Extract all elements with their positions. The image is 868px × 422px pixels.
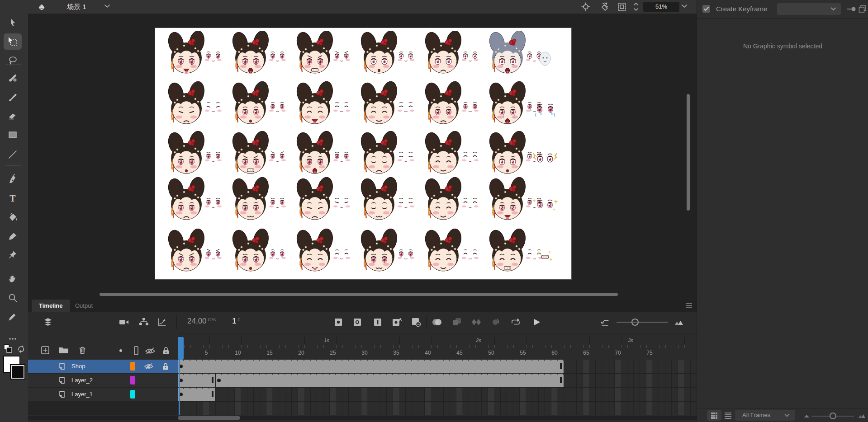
scene-dropdown-chevron-icon[interactable] xyxy=(104,4,110,9)
hide-all-layers-icon[interactable] xyxy=(145,347,156,355)
default-colors-icon[interactable] xyxy=(3,344,13,354)
document-symbol-icon[interactable]: ♣ xyxy=(35,1,48,13)
checkbox-check-icon xyxy=(703,6,709,11)
layer-row-Layer_1[interactable]: Layer_1 xyxy=(28,388,178,401)
timeline-zoom-max-icon[interactable] xyxy=(673,316,686,328)
add-layer-button[interactable] xyxy=(41,346,50,355)
frame-rate[interactable]: 24,00 FPS 1 F xyxy=(187,317,240,326)
line-tool[interactable] xyxy=(4,146,22,163)
frame-span[interactable] xyxy=(216,374,564,387)
layer-color-swatch[interactable] xyxy=(130,376,135,384)
thumbnail-size-knob[interactable] xyxy=(830,413,836,419)
pencil-tool[interactable] xyxy=(4,308,22,324)
duplicate-symbol-icon[interactable] xyxy=(859,5,867,13)
frame-row-Layer_2[interactable] xyxy=(178,374,697,387)
frames-area[interactable] xyxy=(178,360,697,415)
grid-view-button[interactable] xyxy=(707,410,721,421)
create-keyframe-checkbox[interactable] xyxy=(702,5,710,13)
layer-color-swatch[interactable] xyxy=(130,390,135,399)
remove-frame-button[interactable] xyxy=(410,316,422,328)
scene-name: 场景 1 xyxy=(67,3,86,11)
loop-range-button[interactable] xyxy=(489,316,502,328)
frame-row-Shop[interactable] xyxy=(178,360,697,373)
playhead-marker[interactable] xyxy=(178,337,184,360)
edit-multiple-frames-button[interactable] xyxy=(451,316,463,328)
ruler-frame-tick xyxy=(589,345,590,348)
onion-skin-button[interactable] xyxy=(431,316,443,328)
classic-brush-tool[interactable] xyxy=(4,89,22,105)
camera-icon[interactable] xyxy=(118,316,130,328)
insert-blank-keyframe-button[interactable] xyxy=(351,316,364,328)
add-folder-button[interactable] xyxy=(59,346,69,354)
rotate-canvas-icon[interactable] xyxy=(599,2,610,12)
reset-timeline-zoom-icon[interactable] xyxy=(599,316,612,328)
ruler-frame-tick xyxy=(222,345,223,348)
play-button[interactable] xyxy=(530,316,543,328)
symbol-dropdown[interactable] xyxy=(777,3,841,15)
thumbnail-zoom-in-icon[interactable] xyxy=(858,413,866,418)
timeline-ruler[interactable]: 1s2s3s51015202530354045505560657075 xyxy=(178,337,697,360)
character-head xyxy=(231,229,270,271)
timeline-horizontal-scrollbar[interactable] xyxy=(28,416,697,420)
character-head xyxy=(488,229,527,271)
panel-menu-icon[interactable] xyxy=(685,302,693,309)
character-head xyxy=(295,131,335,173)
tab-output[interactable]: Output xyxy=(68,300,100,312)
text-tool[interactable]: T xyxy=(4,190,22,206)
frame-row-Layer_1[interactable] xyxy=(178,388,697,401)
zoom-tool[interactable] xyxy=(4,290,22,306)
canvas-horizontal-scrollbar[interactable] xyxy=(32,292,692,296)
timeline-zoom-knob[interactable] xyxy=(631,319,639,326)
loop-playback-button[interactable] xyxy=(509,316,522,328)
graph-editor-icon[interactable] xyxy=(156,316,168,328)
ruler-frame-tick xyxy=(387,345,387,348)
highlight-layers-column-icon[interactable] xyxy=(119,348,123,353)
frame-span[interactable] xyxy=(178,374,216,387)
auto-keyframe-button[interactable]: A xyxy=(391,316,403,328)
layer-color-swatch[interactable] xyxy=(130,362,135,370)
frame-span[interactable] xyxy=(178,388,216,401)
free-transform-tool[interactable] xyxy=(4,33,22,50)
eraser-tool[interactable] xyxy=(4,108,22,124)
lasso-tool[interactable] xyxy=(4,52,22,69)
canvas-vertical-scrollbar[interactable] xyxy=(686,81,690,226)
zoom-dropdown-chevron-icon[interactable] xyxy=(681,4,688,9)
insert-frame-button[interactable] xyxy=(371,316,384,328)
layer-row-Layer_2[interactable]: Layer_2 xyxy=(28,374,178,387)
frames-filter-dropdown[interactable]: All Frames xyxy=(735,410,795,421)
layer-parenting-icon[interactable] xyxy=(138,316,150,328)
pen-tool[interactable] xyxy=(4,171,22,188)
clip-content-icon[interactable] xyxy=(617,2,627,12)
asset-warp-pin-tool[interactable] xyxy=(4,247,22,263)
span-end-bar xyxy=(560,377,562,383)
lock-all-layers-icon[interactable] xyxy=(162,346,170,355)
layer-view-icon[interactable] xyxy=(42,316,54,328)
selection-tool[interactable] xyxy=(4,14,22,31)
tab-timeline[interactable]: Timeline xyxy=(32,300,70,312)
canvas-pasteboard[interactable] xyxy=(28,14,697,300)
sprite-sheet-row xyxy=(155,131,571,182)
fluid-brush-tool[interactable] xyxy=(4,70,22,86)
paint-bucket-tool[interactable] xyxy=(4,209,22,225)
layer-row-Shop[interactable]: Shop xyxy=(28,360,178,373)
list-view-button[interactable] xyxy=(724,412,732,419)
onion-skin-markers-button[interactable] xyxy=(470,316,483,328)
eyedropper-tool[interactable] xyxy=(4,229,22,245)
timeline-zoom-slider[interactable] xyxy=(617,322,668,323)
ruler-frame-tick xyxy=(368,345,368,348)
delete-layer-button[interactable] xyxy=(78,346,87,355)
frame-span[interactable] xyxy=(178,360,564,373)
stage[interactable] xyxy=(155,28,571,279)
thumbnail-zoom-out-icon[interactable] xyxy=(804,414,810,418)
outline-layers-column-icon[interactable] xyxy=(133,346,139,356)
swap-colors-icon[interactable] xyxy=(16,344,26,354)
fill-color-swatch[interactable] xyxy=(11,365,24,379)
insert-keyframe-button[interactable] xyxy=(332,316,345,328)
pin-frame-picker-icon[interactable] xyxy=(846,6,856,12)
rectangle-tool[interactable] xyxy=(4,127,22,143)
zoom-level-input[interactable]: 51% xyxy=(643,2,679,12)
hand-tool[interactable] xyxy=(4,270,22,286)
zoom-spinner[interactable] xyxy=(632,1,640,12)
center-stage-icon[interactable] xyxy=(580,2,591,12)
ruler-frame-tick xyxy=(456,345,457,348)
